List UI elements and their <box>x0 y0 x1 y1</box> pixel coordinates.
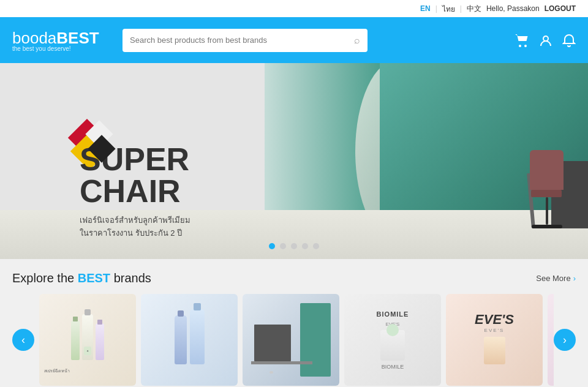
brand-inner-1: ✦ สเปรย์ฉีดหน้า <box>39 294 136 386</box>
brand-inner-4: BIOMILE EVE'S BIOMILE <box>344 294 441 386</box>
brand-inner-6 <box>548 294 554 386</box>
lang-thai[interactable]: ไทย <box>442 3 455 15</box>
explore-header: Explore the BEST brands See More › <box>12 271 576 285</box>
brands-carousel: ‹ ✦ <box>12 294 576 386</box>
explore-prefix: Explore the <box>12 271 78 285</box>
logo-booda: booda <box>12 29 56 47</box>
lang-en[interactable]: EN <box>420 4 431 13</box>
brand-card-2[interactable] <box>141 294 238 386</box>
see-more-text: See More <box>536 274 570 283</box>
top-bar: EN | ไทย | 中文 Hello, Passakon LOGOUT <box>0 0 588 17</box>
brand-inner-5: EVE'S EVE'S <box>446 294 543 386</box>
svg-point-2 <box>543 36 548 41</box>
banner-content: SUPER CHAIR เฟอร์นิเจอร์สำหรับลูกค้าพรีเ… <box>0 82 190 240</box>
carousel-right-arrow[interactable]: › <box>554 329 576 351</box>
dot-5[interactable] <box>313 243 319 249</box>
subtitle-line1: เฟอร์นิเจอร์สำหรับลูกค้าพรีเมียม <box>80 214 190 227</box>
explore-section: Explore the BEST brands See More › ‹ <box>0 259 588 387</box>
brand-card-5[interactable]: EVE'S EVE'S <box>446 294 543 386</box>
logo-area[interactable]: boodaBEST the best you deserve! <box>12 29 110 52</box>
divider-2: | <box>460 4 462 13</box>
banner-title-line2: CHAIR <box>80 175 190 207</box>
brand-inner-2 <box>141 294 238 386</box>
see-more-link[interactable]: See More › <box>536 274 576 283</box>
svg-point-1 <box>524 45 527 47</box>
header-icons <box>514 34 576 47</box>
svg-point-0 <box>519 45 521 47</box>
explore-best: BEST <box>78 271 110 285</box>
header: boodaBEST the best you deserve! ⌕ <box>0 17 588 63</box>
dot-4[interactable] <box>302 243 308 249</box>
search-input[interactable] <box>130 36 354 45</box>
see-more-chevron: › <box>573 274 576 283</box>
dot-2[interactable] <box>280 243 286 249</box>
search-bar: ⌕ <box>123 29 368 52</box>
banner: SUPER CHAIR เฟอร์นิเจอร์สำหรับลูกค้าพรีเ… <box>0 63 588 259</box>
brand-card-4[interactable]: BIOMILE EVE'S BIOMILE <box>344 294 441 386</box>
banner-dots <box>269 243 319 249</box>
subtitle-line2: ในราคาโรงงาน รับประกัน 2 ปี <box>80 227 190 240</box>
logo-best: BEST <box>56 29 99 47</box>
logo-tagline: the best you deserve! <box>12 45 110 52</box>
search-button[interactable]: ⌕ <box>354 35 360 46</box>
banner-subtitle: เฟอร์นิเจอร์สำหรับลูกค้าพรีเมียม ในราคาโ… <box>80 214 190 240</box>
brands-list: ✦ สเปรย์ฉีดหน้า <box>34 294 554 386</box>
bell-icon[interactable] <box>562 34 576 47</box>
brand-inner-3 <box>243 294 339 386</box>
cart-icon[interactable] <box>514 34 529 47</box>
search-icon: ⌕ <box>354 35 360 45</box>
brand-card-3[interactable] <box>243 294 339 386</box>
logout-button[interactable]: LOGOUT <box>545 4 576 13</box>
divider-1: | <box>435 4 437 13</box>
explore-title: Explore the BEST brands <box>12 271 151 285</box>
dot-1[interactable] <box>269 243 275 249</box>
explore-suffix: brands <box>110 271 151 285</box>
user-icon[interactable] <box>539 34 552 47</box>
brand-card-6[interactable] <box>548 294 554 386</box>
greeting-text: Hello, Passakon <box>486 4 540 13</box>
carousel-left-arrow[interactable]: ‹ <box>12 329 34 351</box>
lang-zh[interactable]: 中文 <box>467 4 481 14</box>
brand-card-1[interactable]: ✦ สเปรย์ฉีดหน้า <box>39 294 136 386</box>
dot-3[interactable] <box>291 243 297 249</box>
